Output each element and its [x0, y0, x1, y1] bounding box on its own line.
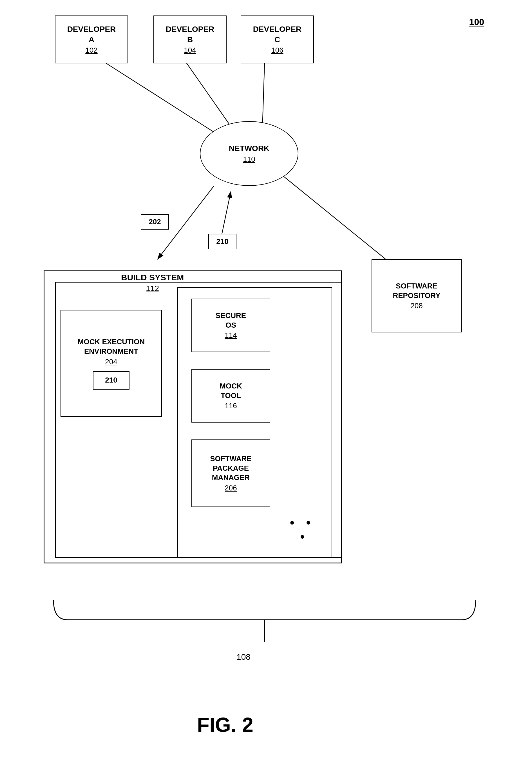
figure-label: FIG. 2 — [197, 713, 253, 736]
flow-210a-box: 210 — [208, 234, 236, 249]
developer-a-sublabel: A — [89, 35, 94, 45]
software-package-manager-box: SOFTWAREPACKAGEMANAGER 206 — [191, 439, 270, 507]
secure-os-label: SECUREOS — [216, 311, 246, 330]
ellipsis-dots: • • • — [290, 515, 312, 544]
developer-c-label: DEVELOPER — [253, 24, 302, 34]
network-ellipse: NETWORK 110 — [200, 121, 298, 186]
diagram: 100 DEVELOPER A 102 DEVELOPER B 104 DEVE… — [0, 0, 532, 773]
network-number: 110 — [243, 155, 255, 164]
flow-210a-label: 210 — [216, 237, 228, 247]
flow-210b-label: 210 — [105, 376, 117, 385]
mock-exec-env-number: 204 — [105, 358, 117, 366]
developer-c-box: DEVELOPER C 106 — [241, 15, 314, 63]
mock-exec-env-box: MOCK EXECUTIONENVIRONMENT 204 210 — [61, 310, 162, 417]
build-system-label: BUILD SYSTEM — [121, 272, 184, 283]
software-repository-number: 208 — [410, 301, 423, 310]
mock-tool-box: MOCKTOOL 116 — [191, 369, 270, 423]
flow-210b-box: 210 — [93, 371, 129, 390]
developer-b-sublabel: B — [187, 35, 193, 45]
developer-a-box: DEVELOPER A 102 — [55, 15, 128, 63]
mock-tool-label: MOCKTOOL — [220, 381, 242, 401]
software-repository-label: SOFTWAREREPOSITORY — [393, 282, 440, 301]
flow-202-box: 202 — [141, 214, 169, 230]
developer-b-number: 104 — [184, 46, 196, 55]
developer-b-label: DEVELOPER — [166, 24, 214, 34]
developer-a-label: DEVELOPER — [67, 24, 116, 34]
software-repository-box: SOFTWAREREPOSITORY 208 — [372, 259, 462, 332]
ref-100: 100 — [469, 17, 484, 27]
software-package-manager-number: 206 — [225, 484, 237, 492]
developer-a-number: 102 — [85, 46, 97, 55]
brace-108-label: 108 — [236, 652, 251, 662]
developer-c-sublabel: C — [274, 35, 280, 45]
secure-os-number: 114 — [225, 331, 237, 340]
mock-exec-env-label: MOCK EXECUTIONENVIRONMENT — [78, 337, 145, 356]
secure-os-box: SECUREOS 114 — [191, 299, 270, 352]
developer-c-number: 106 — [271, 46, 283, 55]
network-label: NETWORK — [229, 143, 270, 153]
developer-b-box: DEVELOPER B 104 — [153, 15, 227, 63]
mock-tool-number: 116 — [225, 401, 237, 410]
flow-202-label: 202 — [149, 217, 161, 227]
software-package-manager-label: SOFTWAREPACKAGEMANAGER — [210, 454, 251, 482]
svg-line-5 — [281, 175, 386, 259]
